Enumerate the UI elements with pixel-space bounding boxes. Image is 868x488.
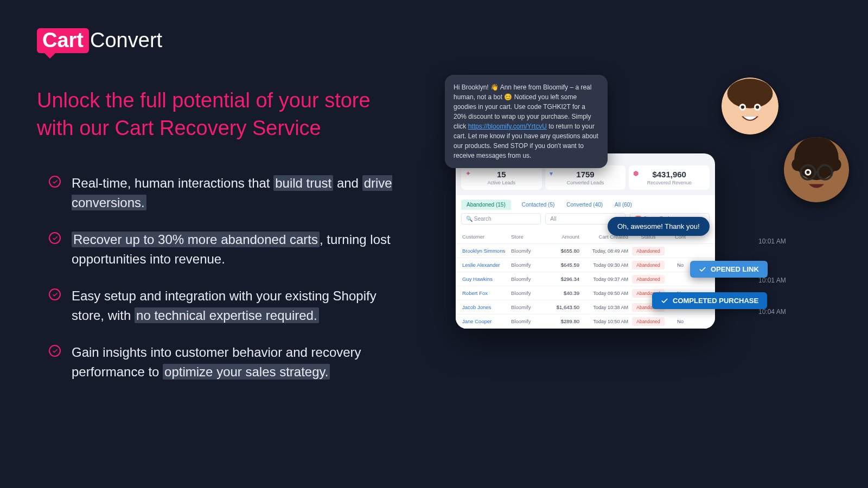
cart-created: Today 09:37 AM [579,277,628,282]
check-circle-icon [49,232,61,244]
customer-name[interactable]: Brooklyn Simmons [462,248,511,254]
page-title: Unlock the full potential of your store … [37,87,406,143]
illustration-collage: Hi Brooklyn! 👋 Ann here from Bloomify – … [456,75,835,378]
timestamp: 10:04 AM [758,308,786,316]
logo: Cart Convert [37,28,162,53]
logo-wordmark: Convert [90,29,162,52]
status-pill-opened: OPENED LINK [690,261,768,278]
avatar-icon [784,137,849,202]
column-header: Customer [462,234,511,240]
logo-badge: Cart [37,28,89,53]
stat-card: ⬢$431,960Recovered Revenue [629,165,710,190]
check-circle-icon [49,345,61,357]
search-input[interactable]: 🔍 Search [461,213,541,224]
svg-point-9 [828,158,841,171]
feature-text: Real-time, human interactions that build… [72,174,396,213]
store-name: Bloomify [511,290,541,296]
check-circle-icon [49,176,61,188]
cart-created: Today 10:38 AM [579,305,628,310]
customer-name[interactable]: Leslie Alexander [462,262,511,268]
timestamp: 10:01 AM [758,237,786,245]
feature-text: Gain insights into customer behavior and… [72,343,396,382]
table-row[interactable]: Leslie AlexanderBloomify$645.59Today 09:… [456,258,715,272]
cart-created: Today 10:50 AM [579,319,628,324]
feature-list: Real-time, human interactions that build… [49,174,396,399]
tab-all[interactable]: All (60) [614,200,633,210]
feature-item: Real-time, human interactions that build… [49,174,396,213]
amount: $40.39 [541,290,579,296]
dashboard-tabs: Abandoned (15)Contacted (5)Converted (40… [456,195,715,210]
table-row[interactable]: Jane CooperBloomify$289.80Today 10:50 AM… [456,314,715,329]
column-header: Amount [541,234,579,240]
amount: $296.34 [541,276,579,282]
status-badge: Abandoned [632,275,665,284]
pill-label: COMPLETED PURCHASE [673,297,758,305]
amount: $655.80 [541,248,579,254]
status-cell: Abandoned [628,262,668,268]
status-cell: Abandoned [628,248,668,254]
customer-name[interactable]: Jacob Jones [462,304,511,310]
column-header: Store [511,234,541,240]
status-badge: Abandoned [632,247,665,255]
table-row[interactable]: Brooklyn SimmonsBloomify$655.80Today, 08… [456,244,715,258]
feature-text: Recover up to 30% more abandoned carts, … [72,230,396,269]
svg-point-14 [806,171,809,174]
stat-card: ✦15Active Leads [461,165,542,190]
table-row[interactable]: Guy HawkinsBloomify$296.34Today 09:37 AM… [456,272,715,286]
cart-created: Today, 08:49 AM [579,248,628,254]
stat-label: Active Leads [464,180,539,185]
check-circle-icon [49,288,61,300]
status-badge: Abandoned [632,317,665,326]
store-name: Bloomify [511,304,541,310]
customer-name[interactable]: Robert Fox [462,290,511,296]
leads-table: CustomerStoreAmountCart CreatedStatusCon… [456,230,715,329]
cart-created: Today 09:50 AM [579,291,628,296]
feature-item: Gain insights into customer behavior and… [49,343,396,382]
store-name: Bloomify [511,262,541,268]
stat-card: ▾1759Converted Leads [545,165,626,190]
filter-value: All [550,216,556,222]
status-badge: Abandoned [632,261,665,269]
pill-label: OPENED LINK [711,265,759,273]
feature-item: Recover up to 30% more abandoned carts, … [49,230,396,269]
stat-label: Recovered Revenue [632,180,706,185]
timestamp: 10:01 AM [758,277,786,284]
contacted-cell: No [668,318,692,324]
stat-value: 15 [464,170,539,179]
status-cell: Abandoned [628,276,668,282]
stats-row: ✦15Active Leads▾1759Converted Leads⬢$431… [456,165,715,195]
avatar-icon [722,78,778,134]
feature-text: Easy setup and integration with your exi… [72,286,396,325]
stat-value: 1759 [548,170,623,179]
customer-name[interactable]: Jane Cooper [462,318,511,324]
tab-abandoned[interactable]: Abandoned (15) [461,200,511,210]
cart-created: Today 09:30 AM [579,262,628,268]
amount: $289.80 [541,318,579,324]
check-icon [661,297,668,305]
reply-bubble: Oh, awesome! Thank you! [608,217,710,236]
store-name: Bloomify [511,248,541,254]
store-name: Bloomify [511,276,541,282]
store-name: Bloomify [511,318,541,324]
amount: $645.59 [541,262,579,268]
customer-name[interactable]: Guy Hawkins [462,276,511,282]
svg-point-4 [741,105,744,108]
svg-point-1 [727,79,773,108]
stat-value: $431,960 [632,170,706,179]
svg-point-5 [756,105,759,108]
stat-icon: ▾ [550,170,553,177]
svg-point-8 [792,158,805,171]
tab-converted[interactable]: Converted (40) [565,200,604,210]
status-cell: Abandoned [628,318,668,324]
stat-icon: ⬢ [633,170,639,177]
check-icon [699,266,706,273]
sms-link[interactable]: https://bloomify.com/YrtcvU [468,123,547,130]
contacted-cell: No [668,262,692,268]
sms-bubble: Hi Brooklyn! 👋 Ann here from Bloomify – … [445,75,608,168]
search-placeholder: Search [474,216,492,222]
status-pill-completed: COMPLETED PURCHASE [652,292,767,309]
stat-label: Converted Leads [548,180,623,185]
stat-icon: ✦ [465,170,471,177]
tab-contacted[interactable]: Contacted (5) [521,200,556,210]
feature-item: Easy setup and integration with your exi… [49,286,396,325]
